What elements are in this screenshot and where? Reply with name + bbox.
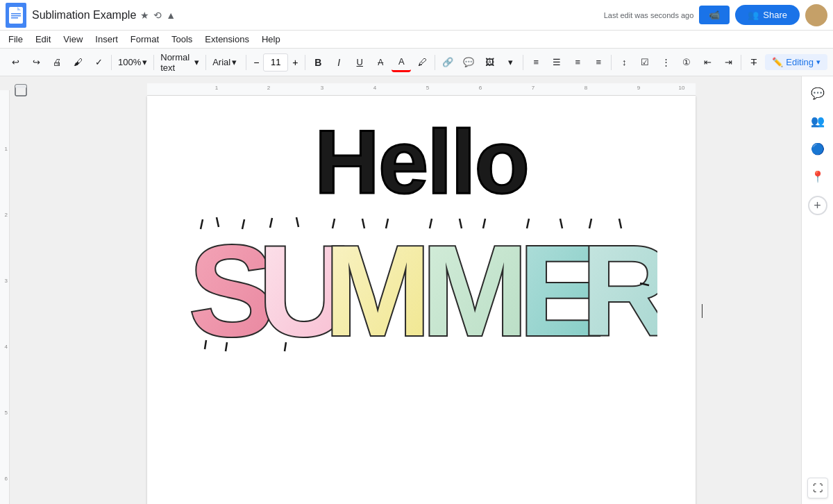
spellcheck-button[interactable]: ✓ — [89, 53, 108, 72]
svg-rect-3 — [11, 17, 18, 19]
drive-icon[interactable]: ▲ — [166, 10, 176, 21]
svg-rect-2 — [11, 15, 21, 17]
editing-mode-label: Editing — [786, 57, 814, 67]
paint-format-button[interactable]: 🖌 — [68, 53, 87, 72]
comments-button[interactable]: 💬 — [807, 82, 829, 104]
meet-button[interactable]: 📹 — [699, 6, 730, 24]
last-edit-status: Last edit was seconds ago — [604, 11, 694, 19]
undo-button[interactable]: ↩ — [6, 53, 25, 72]
page-content: Hello S S U U M M M — [175, 117, 668, 353]
increase-font-size-button[interactable]: + — [288, 53, 302, 72]
insert-image-button[interactable]: 🖼 — [480, 53, 499, 72]
page-view-button[interactable] — [14, 83, 28, 99]
highlight-color-button[interactable]: 🖊 — [412, 53, 432, 72]
star-icon[interactable]: ★ — [140, 10, 149, 21]
editing-chevron-icon: ▾ — [816, 58, 821, 67]
svg-rect-1 — [11, 13, 21, 15]
menu-help[interactable]: Help — [256, 33, 286, 46]
menu-tools[interactable]: Tools — [166, 33, 198, 46]
menu-view[interactable]: View — [58, 33, 88, 46]
svg-text:M: M — [421, 219, 528, 353]
bullet-list-button[interactable]: ⋮ — [656, 53, 675, 72]
maps-button[interactable]: 📍 — [807, 165, 829, 187]
menu-bar: File Edit View Insert Format Tools Exten… — [0, 31, 833, 49]
font-size-area: − + — [249, 53, 302, 72]
font-select[interactable]: Arial ▾ — [209, 53, 243, 72]
menu-format[interactable]: Format — [125, 33, 165, 46]
clear-formatting-button[interactable]: T̶ — [744, 53, 764, 72]
menu-extensions[interactable]: Extensions — [199, 33, 255, 46]
justify-button[interactable]: ≡ — [589, 53, 608, 72]
text-color-button[interactable]: A — [392, 53, 411, 72]
paragraph-style-select[interactable]: Normal text ▾ — [157, 53, 203, 72]
title-area: Sublimation Example ★ ⟲ ▲ — [32, 9, 596, 22]
insert-image-dropdown[interactable]: ▾ — [500, 53, 520, 72]
toolbar-divider-1 — [111, 55, 112, 70]
expand-button[interactable]: ⛶ — [807, 478, 828, 498]
horizontal-ruler: 1 2 3 4 5 6 7 8 9 10 — [147, 83, 696, 96]
hello-heading: Hello — [314, 117, 528, 207]
doc-title[interactable]: Sublimation Example — [32, 9, 136, 22]
vertical-ruler: 1 2 3 4 5 6 — [0, 90, 10, 504]
insert-comment-button[interactable]: 💬 — [459, 53, 478, 72]
meet-icon: 📹 — [709, 10, 720, 20]
expand-icon: ⛶ — [813, 482, 823, 494]
toolbar-divider-3 — [205, 55, 206, 70]
share-icon: 👥 — [748, 10, 759, 20]
toolbar: ↩ ↪ 🖨 🖌 ✓ 100% ▾ Normal text ▾ Arial ▾ −… — [0, 49, 833, 76]
history-button[interactable]: 🔵 — [807, 137, 829, 160]
redo-button[interactable]: ↪ — [26, 53, 46, 72]
align-center-button[interactable]: ☰ — [547, 53, 566, 72]
text-cursor — [702, 304, 702, 318]
line-spacing-button[interactable]: ↕ — [614, 53, 634, 72]
svg-text:R: R — [581, 219, 657, 353]
toolbar-divider-5 — [305, 55, 305, 70]
document-page: Hello S S U U M M M — [147, 96, 696, 504]
toolbar-divider-8 — [611, 55, 612, 70]
document-area[interactable]: 1 2 3 4 5 6 7 8 9 10 Hello S S — [42, 76, 801, 504]
title-bar: Sublimation Example ★ ⟲ ▲ Last edit was … — [0, 0, 833, 31]
font-size-input[interactable] — [263, 53, 288, 72]
insert-link-button[interactable]: 🔗 — [438, 53, 457, 72]
toolbar-divider-7 — [523, 55, 523, 70]
bold-button[interactable]: B — [308, 53, 328, 72]
toolbar-divider-9 — [741, 55, 741, 70]
menu-insert[interactable]: Insert — [90, 33, 124, 46]
summer-art: S S U U M M M M E E — [185, 214, 657, 353]
editing-mode-button[interactable]: ✏️ Editing ▾ — [765, 54, 827, 70]
strikethrough-button[interactable]: A — [371, 53, 390, 72]
toolbar-divider-6 — [435, 55, 435, 70]
align-right-button[interactable]: ≡ — [568, 53, 587, 72]
svg-rect-5 — [15, 85, 26, 88]
share-button[interactable]: 👥 Share — [735, 5, 800, 25]
docs-logo — [6, 3, 26, 28]
underline-button[interactable]: U — [350, 53, 369, 72]
left-sidebar: 1 2 3 4 5 6 — [0, 76, 42, 504]
toolbar-divider-2 — [153, 55, 154, 70]
numbered-list-button[interactable]: ① — [677, 53, 696, 72]
print-button[interactable]: 🖨 — [47, 53, 67, 72]
menu-edit[interactable]: Edit — [30, 33, 56, 46]
italic-button[interactable]: I — [329, 53, 348, 72]
checklist-button[interactable]: ☑ — [635, 53, 655, 72]
zoom-select[interactable]: 100% ▾ — [115, 53, 151, 72]
right-sidebar: 💬 👥 🔵 📍 + ⛶ — [801, 76, 833, 504]
chat-button[interactable]: 👥 — [807, 110, 829, 132]
decrease-font-size-button[interactable]: − — [249, 53, 263, 72]
history-icon[interactable]: ⟲ — [153, 10, 162, 21]
top-actions: 📹 👥 Share — [699, 4, 827, 26]
user-avatar[interactable] — [805, 4, 827, 26]
decrease-indent-button[interactable]: ⇤ — [698, 53, 717, 72]
add-button[interactable]: + — [808, 196, 827, 215]
increase-indent-button[interactable]: ⇥ — [718, 53, 738, 72]
menu-file[interactable]: File — [3, 33, 28, 46]
main-area: 1 2 3 4 5 6 1 2 3 4 5 6 7 8 9 10 — [0, 76, 833, 504]
toolbar-divider-4 — [246, 55, 246, 70]
svg-text:M: M — [324, 219, 431, 353]
pencil-icon: ✏️ — [772, 57, 783, 67]
plus-icon: + — [814, 199, 821, 213]
align-left-button[interactable]: ≡ — [526, 53, 546, 72]
